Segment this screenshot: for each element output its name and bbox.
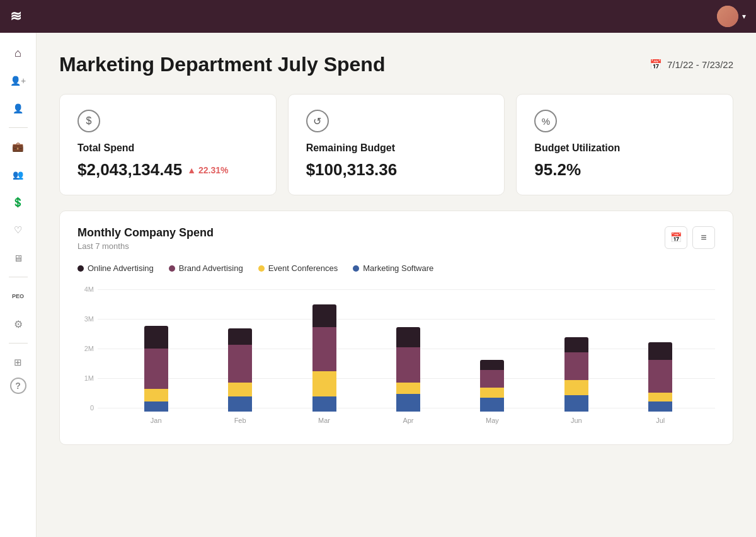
- legend-item-marketing-software: Marketing Software: [353, 263, 433, 273]
- bar-segment-feb-events: [228, 383, 252, 396]
- sidebar-item-settings[interactable]: ⚙: [6, 311, 31, 337]
- sidebar-item-monitor[interactable]: 🖥: [6, 245, 31, 270]
- sidebar-item-heart[interactable]: ♡: [6, 217, 31, 243]
- chart-calendar-icon: 📅: [670, 232, 682, 243]
- sidebar-item-home[interactable]: ⌂: [6, 40, 31, 66]
- sidebar-item-user[interactable]: 👤: [6, 96, 31, 121]
- bar-segment-jan-brand: [144, 349, 168, 389]
- legend-label-online-advertising: Online Advertising: [88, 263, 154, 273]
- kpi-label-budget-utilization: Budget Utilization: [534, 142, 715, 154]
- kpi-grid: $ Total Spend $2,043,134.45 ▲ 22.31% ↺ R…: [59, 94, 733, 195]
- bar-segment-apr-events: [396, 383, 420, 394]
- sidebar-item-widgets[interactable]: ⊞: [6, 350, 31, 375]
- legend-dot-event-conferences: [258, 265, 265, 272]
- legend-dot-brand-advertising: [169, 265, 175, 272]
- chart-filter-button[interactable]: ≡: [692, 226, 715, 249]
- x-label-feb: Feb: [228, 417, 252, 424]
- bar-segment-mar-events: [312, 371, 336, 396]
- legend-item-brand-advertising: Brand Advertising: [169, 263, 243, 273]
- bar-segment-jul-software: [648, 401, 672, 412]
- kpi-value-budget-utilization: 95.2%: [534, 160, 581, 179]
- x-label-mar: Mar: [312, 417, 336, 424]
- user-menu[interactable]: ▾: [717, 6, 746, 27]
- refresh-icon: ↺: [306, 110, 329, 132]
- kpi-change-total-spend: ▲ 22.31%: [187, 165, 228, 175]
- chart-header: Monthly Company Spend Last 7 months 📅 ≡: [77, 226, 715, 251]
- x-label-jan: Jan: [144, 417, 168, 424]
- chart-section: Monthly Company Spend Last 7 months 📅 ≡ …: [59, 211, 733, 445]
- sidebar-divider-1: [9, 127, 28, 128]
- y-label-2m: 2M: [77, 345, 98, 352]
- sidebar-item-dollar[interactable]: 💲: [6, 190, 31, 215]
- bar-group-feb: [228, 328, 252, 412]
- percent-icon: %: [534, 110, 557, 132]
- avatar-image: [717, 6, 738, 27]
- stacked-bar-jul: [648, 342, 672, 412]
- main-content: Marketing Department July Spend 📅 7/1/22…: [37, 33, 756, 537]
- bar-segment-jul-online: [648, 342, 672, 360]
- date-range[interactable]: 📅 7/1/22 - 7/23/22: [650, 59, 733, 71]
- stacked-bar-mar: [312, 304, 336, 412]
- bar-segment-may-brand: [480, 370, 504, 388]
- legend-label-brand-advertising: Brand Advertising: [179, 263, 243, 273]
- bar-segment-feb-online: [228, 328, 252, 345]
- sidebar-item-briefcase[interactable]: 💼: [6, 134, 31, 159]
- stacked-bar-may: [480, 360, 504, 412]
- legend-dot-marketing-software: [353, 265, 359, 272]
- legend-label-marketing-software: Marketing Software: [363, 263, 433, 273]
- stacked-bar-apr: [396, 327, 420, 412]
- y-label-4m: 4M: [77, 286, 98, 293]
- bar-segment-apr-online: [396, 327, 420, 347]
- y-label-0: 0: [77, 404, 98, 412]
- chevron-down-icon: ▾: [742, 12, 746, 21]
- bar-group-jun: [564, 337, 588, 412]
- bar-segment-feb-software: [228, 396, 252, 412]
- bar-segment-mar-online: [312, 304, 336, 327]
- sidebar: ⌂ 👤+ 👤 💼 👥 💲 ♡ 🖥 PEO ⚙ ⊞ ?: [0, 33, 37, 537]
- sidebar-item-help[interactable]: ?: [10, 378, 26, 394]
- bar-group-apr: [396, 327, 420, 412]
- sidebar-divider-2: [9, 277, 28, 277]
- legend-item-event-conferences: Event Conferences: [258, 263, 338, 273]
- bar-segment-jun-brand: [564, 352, 588, 380]
- chart-legend: Online Advertising Brand Advertising Eve…: [77, 263, 715, 273]
- bar-segment-jan-software: [144, 401, 168, 412]
- sidebar-item-add-user[interactable]: 👤+: [6, 68, 31, 93]
- chart-calendar-button[interactable]: 📅: [665, 226, 687, 249]
- stacked-bar-feb: [228, 328, 252, 412]
- kpi-card-total-spend: $ Total Spend $2,043,134.45 ▲ 22.31%: [59, 94, 277, 195]
- sidebar-item-team[interactable]: 👥: [6, 162, 31, 187]
- x-label-may: May: [480, 417, 504, 424]
- bar-group-jan: [144, 326, 168, 412]
- kpi-value-remaining-budget: $100,313.36: [306, 160, 398, 179]
- page-title: Marketing Department July Spend: [59, 53, 385, 76]
- stacked-bar-jun: [564, 337, 588, 412]
- y-label-3m: 3M: [77, 315, 98, 323]
- kpi-card-budget-utilization: % Budget Utilization 95.2%: [516, 94, 733, 195]
- bar-segment-jun-software: [564, 395, 588, 412]
- chart-filter-icon: ≡: [701, 232, 706, 243]
- bar-group-may: [480, 360, 504, 412]
- bar-segment-may-software: [480, 398, 504, 412]
- bar-segment-jan-events: [144, 389, 168, 401]
- bar-segment-jul-events: [648, 393, 672, 401]
- bar-segment-jan-online: [144, 326, 168, 349]
- stacked-bar-jan: [144, 326, 168, 412]
- x-label-jul: Jul: [648, 417, 672, 424]
- bar-segment-jun-online: [564, 337, 588, 352]
- legend-label-event-conferences: Event Conferences: [268, 263, 338, 273]
- bar-segment-jun-events: [564, 380, 588, 395]
- calendar-icon: 📅: [650, 59, 662, 71]
- bar-segment-jul-brand: [648, 360, 672, 393]
- bar-segment-apr-software: [396, 394, 420, 412]
- x-labels-container: Jan Feb Mar Apr May Jun Jul: [101, 417, 715, 424]
- bar-segment-may-online: [480, 360, 504, 370]
- legend-item-online-advertising: Online Advertising: [77, 263, 154, 273]
- date-range-text: 7/1/22 - 7/23/22: [667, 59, 733, 70]
- chart-title-area: Monthly Company Spend Last 7 months: [77, 226, 214, 251]
- kpi-label-remaining-budget: Remaining Budget: [306, 142, 487, 154]
- sidebar-item-peo[interactable]: PEO: [6, 284, 31, 309]
- avatar: [717, 6, 738, 27]
- sidebar-divider-3: [9, 343, 28, 344]
- bar-group-jul: [648, 342, 672, 412]
